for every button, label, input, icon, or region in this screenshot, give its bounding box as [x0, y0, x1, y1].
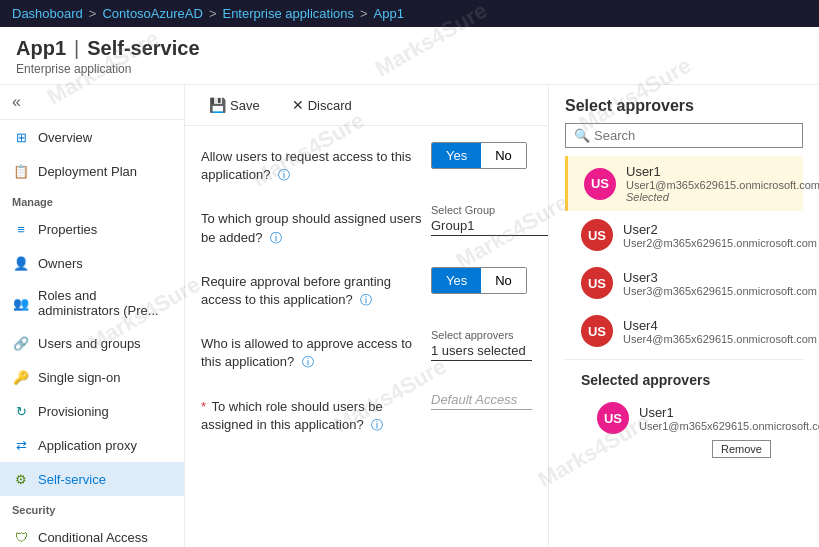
save-icon: 💾	[209, 97, 226, 113]
user4-name: User4	[623, 318, 817, 333]
right-panel: Select approvers 🔍 US User1 User1@m365x6…	[549, 85, 819, 547]
form-area: 💾 Save ✕ Discard Allow users to request …	[185, 85, 549, 547]
sidebar-section-security: Security	[0, 496, 184, 520]
remove-user1-button[interactable]: Remove	[712, 440, 771, 458]
sidebar-label-overview: Overview	[38, 130, 92, 145]
user3-email: User3@m365x629615.onmicrosoft.com	[623, 285, 817, 297]
form-control-group[interactable]: Select Group Group1	[431, 204, 549, 236]
selected-user1-avatar: US	[597, 402, 629, 434]
sidebar-collapse-button[interactable]: «	[0, 85, 184, 120]
require-approval-toggle[interactable]: Yes No	[431, 267, 527, 294]
user1-email: User1@m365x629615.onmicrosoft.com	[626, 179, 819, 191]
form-row-allow-access: Allow users to request access to this ap…	[201, 142, 532, 184]
section-divider	[565, 359, 803, 360]
page-title: App1 | Self-service	[16, 37, 803, 60]
sidebar-item-roles-administrators[interactable]: 👥 Roles and administrators (Pre...	[0, 280, 184, 326]
sidebar-label-properties: Properties	[38, 222, 97, 237]
info-icon-group[interactable]: ⓘ	[270, 231, 282, 245]
form-label-approvers: Who is allowed to approve access to this…	[201, 329, 431, 371]
breadcrumb-tenant[interactable]: ContosoAzureAD	[102, 6, 202, 21]
user1-name: User1	[626, 164, 819, 179]
sidebar-item-app-proxy[interactable]: ⇄ Application proxy	[0, 428, 184, 462]
approvers-info-label: Select approvers	[431, 329, 532, 341]
user4-avatar: US	[581, 315, 613, 347]
sidebar-item-overview[interactable]: ⊞ Overview	[0, 120, 184, 154]
sidebar-item-properties[interactable]: ≡ Properties	[0, 212, 184, 246]
user2-avatar: US	[581, 219, 613, 251]
sidebar-label-app-proxy: Application proxy	[38, 438, 137, 453]
select-approvers-section: Select approvers 🔍 US User1 User1@m365x6…	[549, 85, 819, 474]
breadcrumb-current[interactable]: App1	[374, 6, 404, 21]
user-item-user3[interactable]: US User3 User3@m365x629615.onmicrosoft.c…	[565, 259, 803, 307]
selected-user-item-user1: US User1 User1@m365x629615.onmicrosoft.c…	[581, 396, 787, 440]
sidebar-item-owners[interactable]: 👤 Owners	[0, 246, 184, 280]
sidebar-item-deployment-plan[interactable]: 📋 Deployment Plan	[0, 154, 184, 188]
user4-info: User4 User4@m365x629615.onmicrosoft.com	[623, 318, 817, 345]
sidebar-item-sso[interactable]: 🔑 Single sign-on	[0, 360, 184, 394]
default-access-value[interactable]: Default Access	[431, 392, 532, 410]
list-icon: ≡	[12, 220, 30, 238]
info-icon-allow-access[interactable]: ⓘ	[278, 168, 290, 182]
form-row-approvers: Who is allowed to approve access to this…	[201, 329, 532, 371]
save-button[interactable]: 💾 Save	[201, 93, 268, 117]
discard-icon: ✕	[292, 97, 304, 113]
people-icon: 👥	[12, 294, 30, 312]
user1-avatar: US	[584, 168, 616, 200]
selected-user1-name: User1	[639, 405, 819, 420]
search-box[interactable]: 🔍	[565, 123, 803, 148]
sidebar-label-deployment-plan: Deployment Plan	[38, 164, 137, 179]
breadcrumb: Dashoboard > ContosoAzureAD > Enterprise…	[0, 0, 819, 27]
breadcrumb-enterprise-apps[interactable]: Enterprise applications	[222, 6, 354, 21]
sidebar-section-manage: Manage	[0, 188, 184, 212]
form-row-role: * To which role should users be assigned…	[201, 392, 532, 434]
form-control-allow-access: Yes No	[431, 142, 532, 169]
user3-info: User3 User3@m365x629615.onmicrosoft.com	[623, 270, 817, 297]
toolbar: 💾 Save ✕ Discard	[185, 85, 548, 126]
page-section-name: Self-service	[87, 37, 199, 60]
sidebar-label-conditional-access: Conditional Access	[38, 530, 148, 545]
select-group-label: Select Group	[431, 204, 549, 216]
breadcrumb-dashboard[interactable]: Dashoboard	[12, 6, 83, 21]
sidebar-label-provisioning: Provisioning	[38, 404, 109, 419]
select-group-value[interactable]: Group1	[431, 218, 549, 236]
allow-access-toggle[interactable]: Yes No	[431, 142, 527, 169]
info-icon-role[interactable]: ⓘ	[371, 418, 383, 432]
allow-access-no[interactable]: No	[481, 143, 526, 168]
sidebar-item-self-service[interactable]: ⚙ Self-service	[0, 462, 184, 496]
sidebar-label-self-service: Self-service	[38, 472, 106, 487]
user2-email: User2@m365x629615.onmicrosoft.com	[623, 237, 817, 249]
user2-info: User2 User2@m365x629615.onmicrosoft.com	[623, 222, 817, 249]
selected-approvers-section: Selected approvers US User1 User1@m365x6…	[565, 364, 803, 462]
shield-icon: 🛡	[12, 528, 30, 546]
selfservice-icon: ⚙	[12, 470, 30, 488]
group-icon: 🔗	[12, 334, 30, 352]
require-approval-no[interactable]: No	[481, 268, 526, 293]
discard-button[interactable]: ✕ Discard	[284, 93, 360, 117]
sidebar-item-conditional-access[interactable]: 🛡 Conditional Access	[0, 520, 184, 547]
form-control-require-approval: Yes No	[431, 267, 532, 294]
search-icon: 🔍	[574, 128, 590, 143]
user2-name: User2	[623, 222, 817, 237]
approvers-info-value[interactable]: 1 users selected	[431, 343, 532, 361]
form-label-role: * To which role should users be assigned…	[201, 392, 431, 434]
page-header: App1 | Self-service Enterprise applicati…	[0, 27, 819, 85]
info-icon-approval[interactable]: ⓘ	[360, 293, 372, 307]
sidebar-label-users-groups: Users and groups	[38, 336, 141, 351]
form-control-approvers[interactable]: Select approvers 1 users selected	[431, 329, 532, 361]
search-input[interactable]	[594, 128, 794, 143]
user-item-user2[interactable]: US User2 User2@m365x629615.onmicrosoft.c…	[565, 211, 803, 259]
user-item-user1[interactable]: US User1 User1@m365x629615.onmicrosoft.c…	[565, 156, 803, 211]
selected-approvers-title: Selected approvers	[581, 372, 787, 388]
sidebar: « ⊞ Overview 📋 Deployment Plan Manage ≡ …	[0, 85, 185, 547]
require-approval-yes[interactable]: Yes	[432, 268, 481, 293]
user1-info: User1 User1@m365x629615.onmicrosoft.com …	[626, 164, 819, 203]
info-icon-approvers[interactable]: ⓘ	[302, 355, 314, 369]
sidebar-item-users-groups[interactable]: 🔗 Users and groups	[0, 326, 184, 360]
allow-access-yes[interactable]: Yes	[432, 143, 481, 168]
form-label-group: To which group should assigned users be …	[201, 204, 431, 246]
form-label-require-approval: Require approval before granting access …	[201, 267, 431, 309]
form-control-role[interactable]: Default Access	[431, 392, 532, 410]
sidebar-item-provisioning[interactable]: ↻ Provisioning	[0, 394, 184, 428]
select-approvers-title: Select approvers	[565, 97, 803, 115]
user-item-user4[interactable]: US User4 User4@m365x629615.onmicrosoft.c…	[565, 307, 803, 355]
